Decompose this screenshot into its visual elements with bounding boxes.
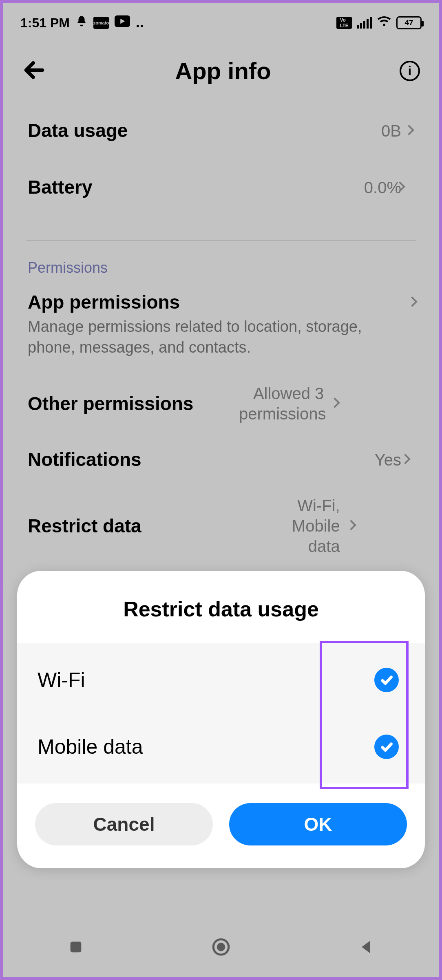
chevron-right-icon [409, 298, 416, 307]
section-header-permissions: Permissions [3, 253, 439, 289]
row-restrict-data[interactable]: Restrict data Wi-Fi, Mobile data [3, 483, 439, 569]
option-mobile-data[interactable]: Mobile data [17, 713, 425, 780]
volte-icon: VoLTE [336, 17, 352, 29]
row-notifications[interactable]: Notifications Yes [3, 436, 439, 483]
svg-point-3 [217, 943, 225, 951]
bell-icon [75, 15, 88, 31]
status-time: 1:51 PM [20, 15, 70, 31]
nav-recents-button[interactable] [65, 936, 87, 958]
wifi-icon [377, 14, 391, 32]
row-label: Notifications [28, 448, 141, 471]
cancel-button[interactable]: Cancel [35, 803, 213, 845]
row-value: Yes [375, 450, 395, 470]
option-label: Mobile data [38, 735, 143, 759]
row-value: Allowed 3 permissions [239, 383, 324, 424]
dialog-restrict-data-usage: Restrict data usage Wi-Fi Mobile data Ca… [17, 571, 425, 868]
checkbox-checked-icon[interactable] [374, 735, 399, 759]
system-nav-bar [3, 917, 439, 977]
row-data-usage[interactable]: Data usage 0B [3, 107, 439, 154]
nav-back-button[interactable] [355, 936, 377, 958]
battery-icon: 47 [396, 16, 422, 29]
row-value: 0B [381, 121, 398, 141]
nav-home-button[interactable] [210, 936, 232, 958]
row-label: Battery [28, 176, 93, 199]
option-label: Wi-Fi [38, 668, 85, 692]
youtube-icon [115, 15, 130, 31]
row-label: Other permissions [28, 393, 193, 415]
back-button[interactable] [22, 58, 46, 84]
svg-rect-1 [71, 942, 82, 953]
status-bar: 1:51 PM zomato VoLTE 47 [3, 3, 439, 42]
app-badge-icon: zomato [93, 17, 109, 29]
row-value: Wi-Fi, Mobile data [270, 495, 340, 556]
row-label: App permissions [28, 291, 180, 313]
page-title: App info [46, 57, 400, 84]
row-label: Data usage [28, 119, 128, 142]
checkbox-checked-icon[interactable] [374, 668, 399, 692]
chevron-right-icon [405, 126, 413, 135]
chevron-right-icon [396, 183, 404, 192]
chevron-right-icon [331, 399, 338, 408]
row-battery[interactable]: Battery 0.0% [3, 154, 439, 221]
chevron-right-icon [402, 455, 409, 464]
ok-button[interactable]: OK [229, 803, 407, 845]
row-label: Restrict data [28, 515, 141, 537]
row-other-permissions[interactable]: Other permissions Allowed 3 permissions [3, 371, 439, 436]
row-description: Manage permissions related to location, … [3, 316, 439, 371]
option-wifi[interactable]: Wi-Fi [17, 647, 425, 713]
dialog-title: Restrict data usage [17, 571, 425, 643]
row-value: 0.0% [364, 177, 389, 198]
more-icon [136, 15, 144, 31]
chevron-right-icon [347, 521, 355, 530]
info-icon[interactable]: i [400, 61, 420, 81]
signal-icon [357, 17, 372, 29]
divider [26, 240, 416, 241]
row-app-permissions[interactable]: App permissions [3, 289, 439, 316]
